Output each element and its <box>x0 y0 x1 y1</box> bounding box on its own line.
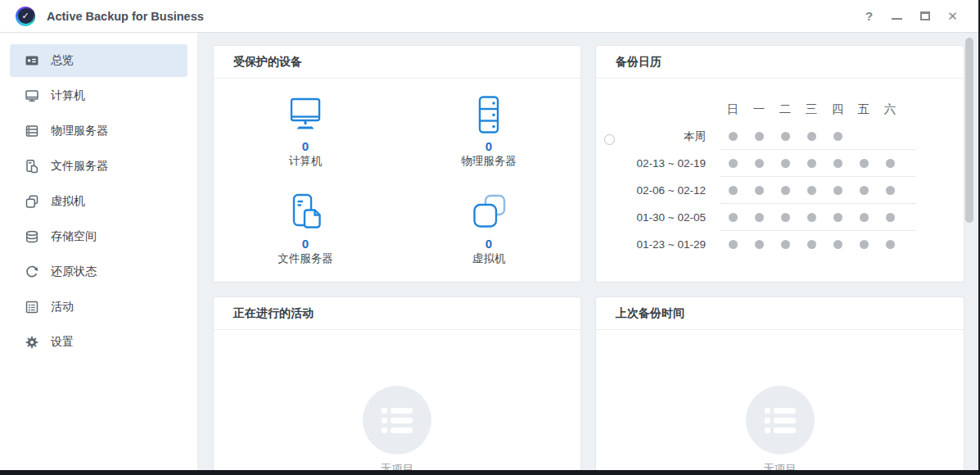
backup-status-dot <box>877 213 903 222</box>
last-backup-time-card: 上次备份时间 无项目 <box>595 296 964 470</box>
settings-gear-icon <box>25 335 39 350</box>
virtual-machine-device-icon <box>469 192 508 232</box>
scrollbar-thumb[interactable] <box>965 38 973 223</box>
card-title: 正在进行的活动 <box>214 306 314 321</box>
sidebar-item-label: 计算机 <box>51 88 85 103</box>
active-backup-logo-icon: ✓ <box>16 7 35 26</box>
device-label: 物理服务器 <box>461 154 517 169</box>
calendar-week-row: 本周 <box>596 123 964 150</box>
window-controls: ? ✕ <box>863 10 978 22</box>
app-window: ✓ Active Backup for Business ? ✕ 总览 计算机 <box>0 0 980 475</box>
help-icon[interactable]: ? <box>863 10 875 22</box>
virtual-machine-icon <box>25 194 39 209</box>
device-count: 0 <box>485 139 492 153</box>
empty-list-icon <box>363 386 431 455</box>
backup-status-dot <box>798 186 824 195</box>
backup-status-dot <box>596 134 622 145</box>
day-header: 三 <box>798 102 824 117</box>
device-tile-physical-server[interactable]: 0 物理服务器 <box>397 95 580 192</box>
sidebar-item-restore-status[interactable]: 还原状态 <box>10 256 187 288</box>
backup-status-dot <box>798 240 824 249</box>
backup-status-dot <box>772 159 798 168</box>
backup-status-dot <box>798 132 824 141</box>
sidebar-item-label: 存储空间 <box>51 229 97 244</box>
physical-server-device-icon <box>469 95 508 134</box>
backup-status-dot <box>772 132 798 141</box>
card-title: 备份日历 <box>596 55 662 70</box>
calendar-day-header-row: 日 一 二 三 四 五 六 <box>596 96 964 123</box>
sidebar-item-label: 设置 <box>51 335 74 350</box>
backup-status-dot <box>851 186 877 195</box>
file-server-icon <box>25 159 39 174</box>
device-tile-computer[interactable]: 0 计算机 <box>214 95 397 192</box>
maximize-icon[interactable] <box>919 10 931 22</box>
sidebar-item-file-server[interactable]: 文件服务器 <box>10 150 187 183</box>
backup-calendar-card: 备份日历 日 一 二 三 四 五 六 本周 <box>595 45 964 283</box>
sidebar-item-label: 总览 <box>51 53 74 68</box>
backup-status-dot <box>877 159 903 168</box>
backup-status-dot <box>851 159 877 168</box>
sidebar-item-label: 虚拟机 <box>51 194 85 209</box>
sidebar-item-label: 文件服务器 <box>51 159 108 174</box>
backup-status-dot <box>824 132 851 141</box>
backup-status-dot <box>877 240 903 249</box>
app-title: Active Backup for Business <box>47 10 204 23</box>
backup-status-dot <box>851 240 877 249</box>
backup-status-dot <box>877 186 903 195</box>
restore-status-icon <box>25 265 39 279</box>
day-header: 日 <box>720 102 746 117</box>
week-label: 02-06 ~ 02-12 <box>596 177 720 204</box>
computer-device-icon <box>285 95 326 134</box>
sidebar-item-physical-server[interactable]: 物理服务器 <box>10 115 187 147</box>
sidebar-item-computer[interactable]: 计算机 <box>10 79 187 112</box>
backup-status-dot <box>851 213 877 222</box>
day-header: 五 <box>851 102 877 117</box>
calendar-week-row: 01-30 ~ 02-05 <box>596 204 964 231</box>
backup-status-dot <box>772 213 798 222</box>
card-title: 上次备份时间 <box>596 306 684 321</box>
overview-icon <box>25 53 39 68</box>
sidebar-item-settings[interactable]: 设置 <box>10 326 187 359</box>
device-count: 0 <box>485 237 492 251</box>
backup-status-dot <box>720 240 746 249</box>
backup-status-dot <box>720 159 746 168</box>
backup-status-dot <box>824 159 851 168</box>
minimize-icon[interactable] <box>891 10 903 22</box>
main-content: 受保护的设备 0 计算机 0 物理服务器 <box>198 33 978 470</box>
sidebar-item-label: 活动 <box>51 300 74 314</box>
device-tile-file-server[interactable]: 0 文件服务器 <box>214 192 397 290</box>
sidebar-item-label: 物理服务器 <box>51 124 108 138</box>
backup-status-dot <box>720 132 746 141</box>
sidebar-item-activity[interactable]: 活动 <box>10 291 187 323</box>
day-header: 六 <box>877 102 903 117</box>
week-label: 01-30 ~ 02-05 <box>596 204 720 231</box>
device-count: 0 <box>302 237 309 251</box>
backup-calendar: 日 一 二 三 四 五 六 本周 02-13 ~ 02-19 <box>596 79 964 258</box>
activity-icon <box>25 300 39 314</box>
close-icon[interactable]: ✕ <box>946 10 959 22</box>
titlebar: ✓ Active Backup for Business ? ✕ <box>0 0 978 33</box>
backup-status-dot <box>746 186 772 195</box>
backup-status-dot <box>824 186 851 195</box>
backup-status-dot <box>746 213 772 222</box>
computer-icon <box>25 88 39 103</box>
device-label: 文件服务器 <box>278 251 333 266</box>
day-header: 一 <box>746 102 772 117</box>
day-header: 二 <box>772 102 798 117</box>
backup-status-dot <box>824 213 851 222</box>
backup-status-dot <box>798 159 824 168</box>
backup-status-dot <box>746 240 772 249</box>
backup-status-dot <box>720 213 746 222</box>
empty-list-icon <box>746 386 815 455</box>
week-label: 01-23 ~ 01-29 <box>596 231 720 258</box>
sidebar-item-virtual-machine[interactable]: 虚拟机 <box>10 185 187 218</box>
empty-text: 无项目 <box>763 462 797 470</box>
backup-status-dot <box>772 186 798 195</box>
sidebar-item-overview[interactable]: 总览 <box>10 44 187 77</box>
empty-state: 无项目 <box>596 386 964 470</box>
protected-devices-card: 受保护的设备 0 计算机 0 物理服务器 <box>213 45 581 283</box>
sidebar-item-storage[interactable]: 存储空间 <box>10 220 187 253</box>
device-tile-virtual-machine[interactable]: 0 虚拟机 <box>397 192 580 290</box>
calendar-week-row: 01-23 ~ 01-29 <box>596 231 964 258</box>
logo-check-glyph: ✓ <box>18 8 34 24</box>
